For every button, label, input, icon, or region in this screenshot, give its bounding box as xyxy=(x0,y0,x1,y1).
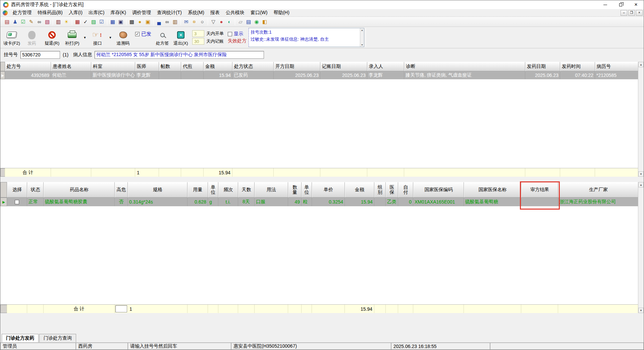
column-header-18[interactable]: 国家医保编码 xyxy=(413,182,464,198)
table-row[interactable]: ▶正常硫酸氨基葡萄糖胶囊否0.314g*24s0.628gt.i.8天口服49粒… xyxy=(0,198,639,206)
refund-button[interactable]: 疑退(R) xyxy=(42,28,62,47)
vertical-scrollbar[interactable]: ▲▼ xyxy=(638,62,644,177)
table-row[interactable]: ▶4392689何幼兰新中医慢病诊疗中心李龙辉15.94已发药2025.06.2… xyxy=(0,71,639,79)
column-header-6[interactable]: 代煎 xyxy=(181,62,204,71)
close-button[interactable]: × xyxy=(628,0,644,9)
toolbar-check-icon[interactable]: ✓ xyxy=(82,18,89,26)
column-header-13[interactable]: 发药日期 xyxy=(525,62,560,71)
info-panel-scrollbar[interactable]: ▲ ▼ xyxy=(360,28,364,47)
toolbar-printer-icon[interactable]: ▄ xyxy=(155,18,163,26)
menu-item-10[interactable]: 窗口(W) xyxy=(248,9,271,16)
toolbar-person-icon[interactable]: ♟ xyxy=(11,18,19,26)
menu-item-2[interactable]: 入库(I) xyxy=(66,9,86,16)
column-header-10[interactable]: 用法 xyxy=(255,182,288,198)
menu-item-1[interactable]: 特殊药品(B) xyxy=(35,9,66,16)
column-header-14[interactable]: 发药时间 xyxy=(560,62,595,71)
menu-item-6[interactable]: 查询统计(T) xyxy=(154,9,185,16)
mdi-restore-button[interactable]: ❒ xyxy=(628,10,635,16)
toolbar-monitor-icon[interactable]: ▣ xyxy=(117,18,124,26)
toolbar-lamp-icon[interactable]: ☀ xyxy=(63,18,70,26)
menu-item-3[interactable]: 出库(C) xyxy=(86,9,107,16)
toolbar-binoculars-icon[interactable]: ∞ xyxy=(36,18,43,26)
interface-button[interactable]: ☞⋮ 接口 xyxy=(88,28,108,47)
menu-item-8[interactable]: 报表 xyxy=(207,9,223,16)
toolbar-search-icon[interactable]: ○ xyxy=(199,18,206,26)
column-header-4[interactable]: 高危 xyxy=(115,182,128,198)
column-header-9[interactable]: 天数 xyxy=(238,182,255,198)
column-header-15[interactable]: 病历号 xyxy=(595,62,639,71)
tab-query[interactable]: 门诊处方查询 xyxy=(39,334,76,342)
toolbar-approve-icon[interactable]: ☑ xyxy=(19,18,27,26)
toolbar-doc-green-icon[interactable]: ▨ xyxy=(90,18,97,26)
column-header-11[interactable]: 数 量 xyxy=(288,182,302,198)
tab-dispense[interactable]: 门诊处方发药 xyxy=(2,334,39,342)
toolbar-drawer-icon[interactable]: ▤ xyxy=(3,18,11,26)
column-header-3[interactable]: 科室 xyxy=(91,62,135,71)
toolbar-globe-icon[interactable]: ◉ xyxy=(253,18,260,26)
column-header-9[interactable]: 开方日期 xyxy=(274,62,320,71)
column-header-12[interactable]: 单 位 xyxy=(302,182,312,198)
toolbar-edit-icon[interactable]: ✎ xyxy=(28,18,35,26)
menu-item-5[interactable]: 调价管理 xyxy=(129,9,154,16)
column-header-20[interactable]: 审方结果 xyxy=(521,182,558,198)
toolbar-report-icon[interactable]: ▧ xyxy=(44,18,51,26)
column-header-6[interactable]: 用量 xyxy=(187,182,208,198)
interface-dropdown-arrow[interactable]: ▼ xyxy=(108,28,113,47)
column-header-7[interactable]: 金额 xyxy=(204,62,232,71)
scroll-up-arrow[interactable]: ▲ xyxy=(638,62,644,67)
column-header-16[interactable]: 医 保 xyxy=(386,182,398,198)
column-header-7[interactable]: 单 位 xyxy=(208,182,218,198)
column-header-8[interactable]: 处方状态 xyxy=(232,62,274,71)
toolbar-money-icon[interactable]: ¤ xyxy=(191,18,198,26)
column-header-3[interactable]: 药品名称 xyxy=(44,182,115,198)
column-header-17[interactable]: 自 付 xyxy=(398,182,413,198)
column-header-21[interactable]: 生产厂家 xyxy=(558,182,639,198)
toolbar-calc-icon[interactable]: ▦ xyxy=(109,18,116,26)
scroll-down-arrow[interactable]: ▼ xyxy=(638,308,644,313)
column-header-12[interactable]: 诊断 xyxy=(404,62,525,71)
menu-item-11[interactable]: 帮助(H) xyxy=(270,9,292,16)
read-card-button[interactable]: 读卡(F2) xyxy=(2,28,22,47)
minimize-button[interactable] xyxy=(597,0,613,9)
reprint-dropdown-arrow[interactable]: ▼ xyxy=(82,28,88,47)
column-header-4[interactable]: 医师 xyxy=(135,62,159,71)
reprint-button[interactable]: 补打(P) xyxy=(62,28,82,47)
toolbar-scan-icon[interactable]: ◐ xyxy=(226,18,233,26)
column-header-8[interactable]: 频次 xyxy=(218,182,238,198)
scroll-up-arrow[interactable]: ▲ xyxy=(638,182,644,187)
toolbar-doc-verify-icon[interactable]: ☑ xyxy=(98,18,105,26)
toolbar-bell-icon[interactable]: ● xyxy=(136,18,144,26)
menu-item-7[interactable]: 系统(M) xyxy=(185,9,207,16)
column-header-5[interactable]: 规格 xyxy=(128,182,187,198)
menu-item-9[interactable]: 公共模块 xyxy=(223,9,248,16)
mdi-minimize-button[interactable]: – xyxy=(621,10,627,16)
toolbar-tray-icon[interactable]: ▽ xyxy=(210,18,217,26)
toolbar-capsule-icon[interactable]: ● xyxy=(218,18,225,26)
column-header-13[interactable]: 单价 xyxy=(312,182,345,198)
menu-item-0[interactable]: 处方管理 xyxy=(10,9,35,16)
restore-button[interactable] xyxy=(613,0,628,9)
column-header-14[interactable]: 金额 xyxy=(345,182,374,198)
toolbar-exit-door-icon[interactable]: ◧ xyxy=(261,18,268,26)
vertical-scrollbar[interactable]: ▲▼ xyxy=(638,182,644,313)
toolbar-keypad-icon[interactable]: ▩ xyxy=(128,18,136,26)
column-header-2[interactable]: 状态 xyxy=(27,182,44,198)
row-select-checkbox[interactable] xyxy=(15,200,19,204)
column-header-5[interactable]: 帖数 xyxy=(159,62,181,71)
toolbar-search-pair-icon[interactable]: ∞ xyxy=(163,18,171,26)
show-expired-checkbox[interactable] xyxy=(228,32,232,36)
toolbar-page-icon[interactable]: ▱ xyxy=(237,18,244,26)
column-header-19[interactable]: 国家医保名称 xyxy=(464,182,521,198)
toolbar-box-icon[interactable]: ▣ xyxy=(144,18,152,26)
column-header-2[interactable]: 患者姓名 xyxy=(51,62,91,71)
prescription-label-button[interactable]: 处方签 xyxy=(153,28,171,47)
column-header-10[interactable]: 记账日期 xyxy=(320,62,367,71)
column-header-15[interactable]: 组 别 xyxy=(374,182,386,198)
days-billing-input[interactable]: 30 xyxy=(192,38,204,45)
column-header-11[interactable]: 录入人 xyxy=(367,62,404,71)
trace-code-button[interactable]: 追溯码 xyxy=(113,28,133,47)
dispensed-checkbox[interactable]: ✓ xyxy=(135,32,140,36)
scroll-down-arrow[interactable]: ▼ xyxy=(638,171,644,177)
toolbar-cabinet-icon[interactable]: ▥ xyxy=(171,18,179,26)
exit-button[interactable]: × 退出(X) xyxy=(171,28,190,47)
